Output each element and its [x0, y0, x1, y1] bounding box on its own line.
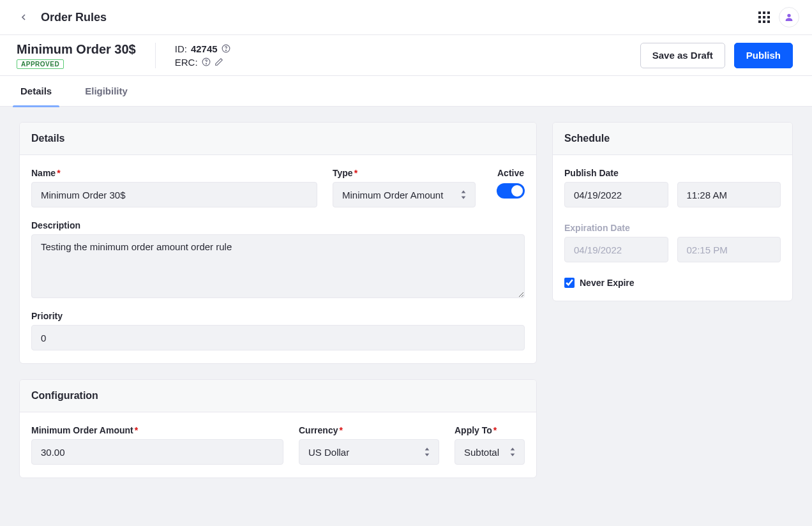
schedule-card: Schedule Publish Date Expiration Date	[552, 122, 793, 301]
expiration-date-row	[564, 237, 781, 262]
apply-to-label-text: Apply To	[455, 425, 492, 435]
type-select[interactable]: Minimum Order Amount	[333, 182, 476, 207]
active-label: Active	[497, 168, 524, 178]
never-expire-row: Never Expire	[564, 278, 781, 288]
currency-select[interactable]: US Dollar	[299, 439, 439, 465]
configuration-card: Configuration Minimum Order Amount* Curr…	[19, 379, 537, 478]
svg-rect-1	[763, 11, 765, 14]
page-title: Minimum Order 30$	[17, 42, 136, 57]
id-row: ID: 42745	[175, 43, 230, 54]
svg-rect-5	[767, 16, 770, 19]
min-amount-label-text: Minimum Order Amount	[31, 425, 133, 435]
currency-select-wrap: US Dollar	[299, 439, 439, 465]
breadcrumb[interactable]: Order Rules	[41, 11, 107, 24]
help-icon[interactable]	[202, 57, 211, 66]
main-column: Details Name* Type* Minimum Order Amount	[19, 122, 537, 478]
tab-eligibility[interactable]: Eligibility	[77, 76, 135, 107]
header-actions: Save as Draft Publish	[640, 43, 793, 68]
expiration-date-input	[564, 237, 668, 262]
never-expire-checkbox[interactable]	[564, 278, 575, 288]
required-mark: *	[339, 425, 342, 435]
field-min-amount: Minimum Order Amount*	[31, 425, 283, 465]
publish-date-label: Publish Date	[564, 168, 781, 178]
svg-rect-4	[763, 16, 765, 19]
required-mark: *	[354, 168, 357, 178]
publish-date-input[interactable]	[564, 182, 668, 207]
apply-to-label: Apply To*	[455, 425, 525, 435]
pencil-icon[interactable]	[214, 57, 223, 66]
priority-input[interactable]	[31, 325, 525, 350]
svg-point-9	[787, 14, 790, 17]
min-amount-label: Minimum Order Amount*	[31, 425, 283, 435]
erc-label: ERC:	[175, 57, 198, 68]
save-draft-button[interactable]: Save as Draft	[640, 43, 725, 68]
min-amount-input[interactable]	[31, 439, 283, 465]
priority-label: Priority	[31, 311, 525, 321]
svg-rect-0	[758, 11, 761, 14]
field-name: Name*	[31, 168, 317, 207]
field-description: Description	[31, 220, 525, 298]
description-label: Description	[31, 220, 525, 230]
user-avatar-button[interactable]	[779, 7, 799, 27]
publish-button[interactable]: Publish	[734, 43, 793, 68]
title-block: Minimum Order 30$ APPROVED	[17, 42, 136, 69]
id-value: 42745	[191, 43, 218, 54]
configuration-card-header: Configuration	[20, 380, 536, 412]
field-publish-date: Publish Date	[564, 168, 781, 207]
topbar: Order Rules	[0, 0, 812, 35]
status-badge: APPROVED	[17, 59, 64, 69]
row-config: Minimum Order Amount* Currency* US Dolla…	[31, 425, 525, 465]
currency-select-value: US Dollar	[308, 447, 349, 458]
type-label: Type*	[333, 168, 476, 178]
name-input[interactable]	[31, 182, 317, 207]
page-header: Minimum Order 30$ APPROVED ID: 42745 ERC…	[0, 35, 812, 76]
publish-date-row	[564, 182, 781, 207]
field-expiration-date: Expiration Date	[564, 223, 781, 262]
tab-details[interactable]: Details	[13, 76, 59, 107]
schedule-card-body: Publish Date Expiration Date Never	[553, 155, 792, 301]
field-active: Active	[497, 168, 525, 199]
apply-to-select-wrap: Subtotal	[455, 439, 525, 465]
apps-grid-icon[interactable]	[758, 11, 770, 23]
details-card: Details Name* Type* Minimum Order Amount	[19, 122, 537, 364]
never-expire-label: Never Expire	[580, 278, 635, 288]
svg-rect-3	[758, 16, 761, 19]
vertical-divider	[155, 43, 156, 68]
apply-to-select[interactable]: Subtotal	[455, 439, 525, 465]
tab-bar: Details Eligibility	[0, 76, 812, 107]
required-mark: *	[135, 425, 138, 435]
field-priority: Priority	[31, 311, 525, 350]
required-mark: *	[57, 168, 60, 178]
currency-label: Currency*	[299, 425, 439, 435]
expiration-time-input	[677, 237, 781, 262]
schedule-card-header: Schedule	[553, 123, 792, 155]
expiration-date-label: Expiration Date	[564, 223, 781, 233]
svg-point-13	[206, 63, 206, 64]
field-apply-to: Apply To* Subtotal	[455, 425, 525, 465]
publish-time-input[interactable]	[677, 182, 781, 207]
id-label: ID:	[175, 43, 187, 54]
currency-label-text: Currency	[299, 425, 338, 435]
help-icon[interactable]	[222, 44, 230, 53]
type-label-text: Type	[333, 168, 353, 178]
name-label: Name*	[31, 168, 317, 178]
topbar-right	[758, 7, 799, 27]
back-icon[interactable]	[18, 11, 29, 23]
content-area: Details Name* Type* Minimum Order Amount	[0, 107, 812, 526]
svg-point-11	[225, 50, 226, 50]
apply-to-select-value: Subtotal	[464, 447, 499, 458]
svg-rect-2	[767, 11, 770, 14]
name-label-text: Name	[31, 168, 56, 178]
side-column: Schedule Publish Date Expiration Date	[552, 122, 793, 301]
details-card-body: Name* Type* Minimum Order Amount	[20, 155, 536, 363]
svg-rect-8	[767, 20, 770, 23]
topbar-left: Order Rules	[18, 11, 107, 24]
description-textarea[interactable]	[31, 234, 525, 298]
type-select-wrap: Minimum Order Amount	[333, 182, 476, 207]
type-select-value: Minimum Order Amount	[342, 190, 443, 200]
svg-rect-6	[758, 20, 761, 23]
header-left: Minimum Order 30$ APPROVED ID: 42745 ERC…	[17, 42, 230, 69]
required-mark: *	[493, 425, 497, 435]
active-toggle[interactable]	[497, 183, 525, 199]
row-name-type-active: Name* Type* Minimum Order Amount	[31, 168, 525, 207]
